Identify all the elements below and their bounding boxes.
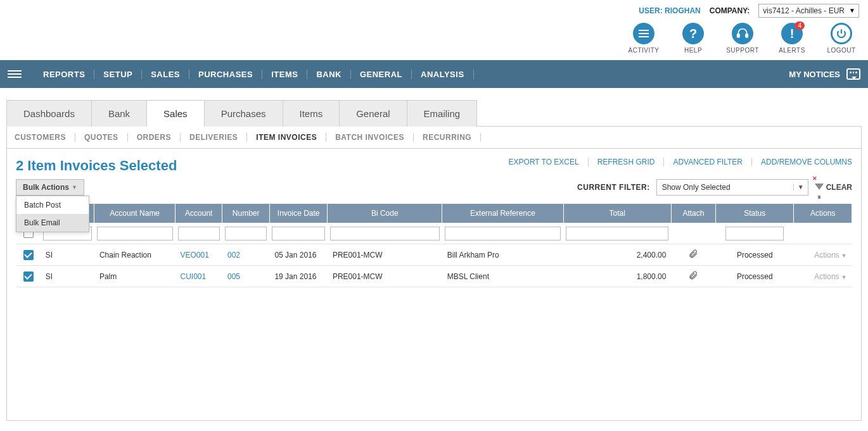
cell-external-ref: MBSL Client xyxy=(442,266,563,287)
alerts-button[interactable]: 4 ! ALERTS xyxy=(774,23,810,54)
menu-icon[interactable] xyxy=(8,68,22,80)
tab-items[interactable]: Items xyxy=(283,100,340,127)
subnav-deliveries[interactable]: DELIVERIES xyxy=(181,133,247,142)
nav-analysis[interactable]: ANALYSIS xyxy=(412,70,474,79)
user-name: RIOGHAN xyxy=(665,6,701,15)
paperclip-icon xyxy=(688,249,698,259)
attach-button[interactable] xyxy=(671,244,715,266)
bulk-actions-menu: Batch Post Bulk Email xyxy=(16,196,89,232)
cell-number-link[interactable]: 002 xyxy=(227,251,240,259)
company-label: COMPANY: xyxy=(710,6,750,15)
user-label: USER: xyxy=(639,6,662,15)
col-account-name[interactable]: Account Name xyxy=(94,204,176,223)
logout-caption: LOGOUT xyxy=(827,47,855,54)
tab-purchases[interactable]: Purchases xyxy=(205,100,283,127)
subnav-quotes[interactable]: QUOTES xyxy=(75,133,128,142)
logout-button[interactable]: LOGOUT xyxy=(824,23,859,54)
chevron-down-icon: ▼ xyxy=(841,253,847,259)
bulk-menu-bulk-email[interactable]: Bulk Email xyxy=(16,214,89,232)
nav-bank[interactable]: BANK xyxy=(307,70,351,79)
filter-external-ref[interactable] xyxy=(445,227,561,240)
nav-setup[interactable]: SETUP xyxy=(94,70,142,79)
filter-number[interactable] xyxy=(225,227,267,240)
row-actions-button[interactable]: Actions▼ xyxy=(794,266,852,287)
table-row: SI Chain Reaction VEO001 002 05 Jan 2016… xyxy=(16,244,852,266)
row-actions-button[interactable]: Actions▼ xyxy=(794,244,852,266)
company-select[interactable]: vis7412 - Achilles - EUR ▼ xyxy=(758,4,859,18)
col-bi-code[interactable]: Bi Code xyxy=(328,204,442,223)
col-number[interactable]: Number xyxy=(222,204,269,223)
advanced-filter-link[interactable]: ADVANCED FILTER xyxy=(664,158,752,166)
filter-invoice-date[interactable] xyxy=(272,227,324,240)
filter-account-name[interactable] xyxy=(97,227,173,240)
activity-icon xyxy=(633,23,654,44)
add-remove-columns-link[interactable]: ADD/REMOVE COLUMNS xyxy=(752,158,852,166)
col-attach[interactable]: Attach xyxy=(671,204,715,223)
col-total[interactable]: Total xyxy=(563,204,671,223)
bulk-menu-batch-post[interactable]: Batch Post xyxy=(16,196,89,214)
activity-button[interactable]: ACTIVITY xyxy=(626,23,661,54)
tab-general[interactable]: General xyxy=(340,100,407,127)
tab-bank[interactable]: Bank xyxy=(92,100,147,127)
clear-label: CLEAR xyxy=(826,183,852,192)
subnav-customers[interactable]: CUSTOMERS xyxy=(15,133,75,142)
col-account[interactable]: Account xyxy=(176,204,222,223)
cell-external-ref: Bill Arkham Pro xyxy=(442,244,563,266)
export-to-excel-link[interactable]: EXPORT TO EXCEL xyxy=(500,158,589,166)
chevron-down-icon: ▼ xyxy=(793,184,804,191)
nav-general[interactable]: GENERAL xyxy=(351,70,412,79)
subnav-orders[interactable]: ORDERS xyxy=(128,133,181,142)
nav-reports[interactable]: REPORTS xyxy=(34,70,94,79)
cell-bi-code: PRE001-MCW xyxy=(328,266,442,287)
filter-status[interactable] xyxy=(725,227,784,240)
bulk-actions-button[interactable]: Bulk Actions ▼ xyxy=(16,179,84,196)
help-button[interactable]: ? HELP xyxy=(675,23,711,54)
cell-account-link[interactable]: CUI001 xyxy=(181,272,207,281)
tab-emailing[interactable]: Emailing xyxy=(407,100,478,127)
actions-label: Actions xyxy=(814,272,839,281)
cell-number-link[interactable]: 005 xyxy=(227,272,240,281)
filter-bi-code[interactable] xyxy=(330,227,440,240)
nav-sales[interactable]: SALES xyxy=(142,70,189,79)
help-caption: HELP xyxy=(684,47,702,54)
row-checkbox[interactable] xyxy=(23,272,34,282)
col-external-ref[interactable]: External Reference xyxy=(442,204,563,223)
clear-filter-button[interactable]: CLEAR xyxy=(815,183,852,192)
col-status[interactable]: Status xyxy=(716,204,794,223)
alerts-badge: 4 xyxy=(795,22,805,30)
notices-icon[interactable] xyxy=(846,68,860,80)
current-filter-value: Show Only Selected xyxy=(662,183,731,192)
nav-purchases[interactable]: PURCHASES xyxy=(189,70,262,79)
clear-filter-icon xyxy=(815,183,824,192)
row-checkbox[interactable] xyxy=(23,250,34,260)
cell-status: Processed xyxy=(716,266,794,287)
cell-invoice-date: 05 Jan 2016 xyxy=(269,244,327,266)
tab-sales[interactable]: Sales xyxy=(147,100,205,127)
col-invoice-date[interactable]: Invoice Date xyxy=(269,204,327,223)
power-icon xyxy=(831,23,852,44)
table-row: SI Palm CUI001 005 19 Jan 2016 PRE001-MC… xyxy=(16,266,852,287)
filter-account[interactable] xyxy=(178,227,220,240)
svg-rect-0 xyxy=(737,34,739,37)
subnav-batch-invoices[interactable]: BATCH INVOICES xyxy=(326,133,414,142)
cell-account-name: Palm xyxy=(94,266,176,287)
support-button[interactable]: SUPPORT xyxy=(725,23,760,54)
svg-rect-1 xyxy=(746,34,748,37)
cell-type: SI xyxy=(41,266,94,287)
current-filter-select[interactable]: Show Only Selected ▼ xyxy=(656,179,808,196)
refresh-grid-link[interactable]: REFRESH GRID xyxy=(589,158,665,166)
cell-account-name: Chain Reaction xyxy=(94,244,176,266)
headset-icon xyxy=(732,23,753,44)
tab-dashboards[interactable]: Dashboards xyxy=(6,100,92,127)
filter-total[interactable] xyxy=(566,227,668,240)
subnav-recurring[interactable]: RECURRING xyxy=(414,133,481,142)
subnav-item-invoices[interactable]: ITEM INVOICES xyxy=(247,133,326,142)
my-notices-link[interactable]: MY NOTICES xyxy=(789,70,840,79)
attach-button[interactable] xyxy=(671,266,715,287)
chevron-down-icon: ▼ xyxy=(841,274,847,280)
cell-account-link[interactable]: VEO001 xyxy=(181,251,209,259)
chevron-down-icon: ▼ xyxy=(849,7,855,14)
actions-label: Actions xyxy=(814,251,839,259)
nav-items[interactable]: ITEMS xyxy=(262,70,307,79)
paperclip-icon xyxy=(688,270,698,280)
